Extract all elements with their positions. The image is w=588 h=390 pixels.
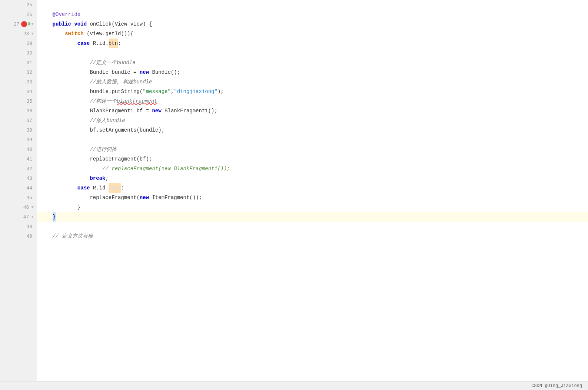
code-line-40: //进行切换 xyxy=(37,145,588,154)
code-line-47: } xyxy=(37,212,588,222)
line-num-40: 40 xyxy=(22,147,32,152)
token-colon-44: : xyxy=(121,183,124,193)
token-btn2-44: btn2 xyxy=(109,183,121,193)
token-indent-27 xyxy=(40,19,53,29)
gutter-row-46: 46 ▼ xyxy=(0,202,37,212)
token-comma-34: , xyxy=(171,87,174,96)
token-sp1-27 xyxy=(71,19,74,29)
token-bundle2-32: Bundle(); xyxy=(149,67,180,77)
code-line-43: break; xyxy=(37,173,588,183)
token-indent-49 xyxy=(40,231,53,241)
line-num-33: 33 xyxy=(22,79,32,85)
code-content[interactable]: @Override public void onClick(View view)… xyxy=(37,0,588,381)
line-num-28: 28 xyxy=(19,31,29,37)
code-area: 25 26 27 ! @ ▼ 28 ▼ 29 xyxy=(0,0,588,381)
at-badge-27: @ xyxy=(28,22,31,27)
gutter-row-40: 40 xyxy=(0,145,37,154)
gutter-row-31: 31 xyxy=(0,58,37,67)
line-num-34: 34 xyxy=(22,89,32,95)
code-line-46: } xyxy=(37,202,588,212)
line-num-27: 27 xyxy=(9,22,20,27)
line-num-26: 26 xyxy=(22,12,32,17)
line-num-45: 45 xyxy=(22,195,32,201)
line-num-41: 41 xyxy=(22,156,32,162)
token-public-27: public xyxy=(53,19,71,29)
token-bf1-36: BlankFragment1 bf = xyxy=(90,106,152,116)
line-num-39: 39 xyxy=(22,137,32,143)
token-case-29: case xyxy=(77,39,90,48)
code-line-49: // 定义方法替换 xyxy=(37,231,588,241)
line-num-32: 32 xyxy=(22,70,32,75)
gutter-row-44: 44 xyxy=(0,183,37,193)
line-num-44: 44 xyxy=(22,185,32,191)
gutter-row-36: 36 xyxy=(0,106,37,116)
token-indent-38 xyxy=(40,125,90,135)
token-comment-40: //进行切换 xyxy=(90,145,117,154)
gutter-row-27: 27 ! @ ▼ xyxy=(0,19,37,29)
gutter-row-43: 43 xyxy=(0,173,37,183)
code-line-26: @Override xyxy=(37,10,588,19)
gutter-row-26: 26 xyxy=(0,10,37,19)
token-indent-37 xyxy=(40,116,90,125)
token-comment-49: // 定义方法替换 xyxy=(53,231,93,241)
gutter-row-37: 37 xyxy=(0,116,37,125)
token-end-34: ); xyxy=(217,87,224,96)
line-num-47: 47 xyxy=(19,214,29,220)
token-btn-29: btn xyxy=(109,39,118,48)
token-indent-43 xyxy=(40,173,90,183)
code-line-44: case R.id.btn2: xyxy=(37,183,588,193)
line-num-43: 43 xyxy=(22,176,32,181)
fold-46[interactable]: ▼ xyxy=(31,205,34,209)
token-case-44: case xyxy=(77,183,90,193)
token-new-36: new xyxy=(152,106,161,116)
gutter-row-41: 41 xyxy=(0,154,37,164)
token-bundle1-32: Bundle bundle = xyxy=(90,67,139,77)
gutter-row-47: 47 ▼ xyxy=(0,212,37,222)
code-line-48 xyxy=(37,222,588,231)
error-badge-27: ! xyxy=(21,21,27,27)
token-indent-36 xyxy=(40,106,90,116)
code-line-29: case R.id.btn: xyxy=(37,39,588,48)
token-sp-29: R.id. xyxy=(90,39,108,48)
code-line-27: public void onClick(View view) { xyxy=(37,19,588,29)
token-indent-29 xyxy=(40,39,77,48)
token-bf2-36: BlankFragment1(); xyxy=(162,106,217,116)
token-putstr-34: bundle.putString( xyxy=(90,87,143,96)
fold-47[interactable]: ▼ xyxy=(31,215,34,219)
token-replace-41: replaceFragment(bf); xyxy=(90,154,152,164)
token-indent-31 xyxy=(40,58,90,67)
fold-27[interactable]: ▼ xyxy=(31,22,34,26)
line-num-29: 29 xyxy=(22,41,32,46)
gutter-row-25: 25 xyxy=(0,0,37,10)
token-brace-47: } xyxy=(53,212,56,222)
gutter-row-33: 33 xyxy=(0,77,37,87)
token-onclick-27: onClick(View view) { xyxy=(87,19,152,29)
gutter-row-29: 29 xyxy=(0,39,37,48)
token-void-27: void xyxy=(74,19,87,29)
gutter-row-39: 39 xyxy=(0,135,37,145)
token-break-43: break xyxy=(90,173,105,183)
token-switch-28: switch xyxy=(65,29,83,39)
code-line-28: switch (view.getId()){ xyxy=(37,29,588,39)
token-str2-34: "dingjiaxiong" xyxy=(174,87,217,96)
token-indent-45 xyxy=(40,193,90,202)
token-indent-40 xyxy=(40,145,90,154)
line-num-42: 42 xyxy=(22,166,32,172)
gutter-row-32: 32 xyxy=(0,67,37,77)
fold-28[interactable]: ▼ xyxy=(31,32,34,36)
token-indent-41 xyxy=(40,154,90,164)
token-semi-43: ; xyxy=(105,173,108,183)
token-new-45: new xyxy=(140,193,149,202)
token-indent-32 xyxy=(40,67,90,77)
line-num-35: 35 xyxy=(22,99,32,104)
token-replace-45: replaceFragment( xyxy=(90,193,139,202)
code-line-30 xyxy=(37,48,588,58)
code-line-35: //构建一个blankfragment xyxy=(37,96,588,106)
gutter-row-34: 34 xyxy=(0,87,37,96)
status-bar: CSDN @Ding_Jiaxiong xyxy=(0,381,588,390)
code-line-37: //放入bundle xyxy=(37,116,588,125)
line-num-38: 38 xyxy=(22,128,32,133)
code-line-38: bf.setArguments(bundle); xyxy=(37,125,588,135)
token-indent-42 xyxy=(40,164,102,173)
status-label: CSDN @Ding_Jiaxiong xyxy=(531,383,582,389)
